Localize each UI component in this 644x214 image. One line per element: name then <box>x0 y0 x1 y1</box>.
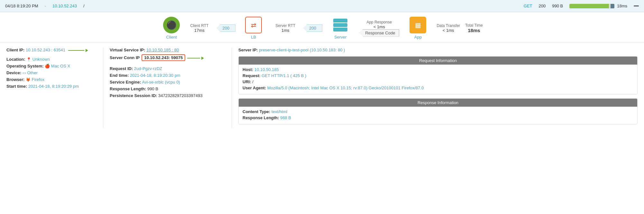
server-stack <box>333 19 347 31</box>
client-ip-value: 10.10.52.243 : 63541 <box>26 48 65 52</box>
end-time-value: 2021-04-18, 8:19:20:30 pm <box>130 73 180 78</box>
service-engine-field: Service Engine: Avi-se-xrblc (vcpu 0) <box>110 80 225 85</box>
response-length-value-mid: 990 B <box>147 86 158 91</box>
user-agent-label: User Agent: <box>243 85 266 90</box>
server-ip-line: Server IP: preserve-client-ip-test-pool … <box>238 48 638 52</box>
app-node: ▦ App <box>405 17 431 40</box>
app-response-metric: App Response < 1ms Response Code <box>359 20 399 37</box>
badge-200-left: 200 <box>216 24 235 32</box>
request-info-body: Host: 10.10.50.185 Request: GET HTTP/1.1… <box>239 65 637 94</box>
persistence-field: Persistence Session ID: 3472328297203397… <box>110 93 225 98</box>
response-length-field-right: Response Length: 988 B <box>243 115 633 120</box>
browser-field: Browser: 🦊 Firefox <box>6 77 97 82</box>
client-rtt-label: Client RTT <box>190 23 208 28</box>
request-value: GET HTTP/1.1 ( 425 B ) <box>262 73 306 78</box>
server-conn-value: 10.10.52.243: 59075 <box>142 54 185 61</box>
app-icon: ▦ <box>409 17 426 33</box>
device-value: Other <box>27 70 38 75</box>
lb-icon-symbol: ⇄ <box>251 21 256 29</box>
minimize-button[interactable] <box>634 5 639 6</box>
top-status: 200 <box>539 4 546 8</box>
host-value: 10.10.50.185 <box>254 67 279 72</box>
location-field: Location: 📍 Unknown <box>6 57 97 62</box>
total-time-label: Total Time <box>465 23 483 28</box>
request-id-value: 2ud-Pgzv-rzDZ <box>134 66 162 71</box>
start-time-field: Start time: 2021-04-18, 8:19:20:29 pm <box>6 84 97 89</box>
progress-bar-fill-dark <box>611 4 614 8</box>
device-field: Device: ▭ Other <box>6 70 97 75</box>
location-label: Location: <box>6 57 25 62</box>
client-panel: Client IP: 10.10.52.243 : 63541 Location… <box>6 48 103 128</box>
app-icon-symbol: ▦ <box>415 21 421 29</box>
data-transfer-label: Data Transfer <box>437 23 460 28</box>
vs-ip-value: 10.10.50.185 : 80 <box>146 48 179 52</box>
end-time-label: End time: <box>110 73 129 78</box>
request-field: Request: GET HTTP/1.1 ( 425 B ) <box>243 73 633 78</box>
os-label: Operating System: <box>6 64 44 68</box>
start-time-value: 2021-04-18, 8:19:20:29 pm <box>28 84 79 89</box>
client-rtt-metric: Client RTT 17ms <box>190 23 208 33</box>
host-field: Host: 10.10.50.185 <box>243 67 633 72</box>
server-layer-1 <box>333 19 347 22</box>
top-slash: / <box>83 4 85 8</box>
location-value: Unknown <box>32 57 50 62</box>
os-value: Mac OS X <box>51 64 70 68</box>
response-length-label-right: Response Length: <box>243 115 279 120</box>
app-response-value: < 1ms <box>373 24 385 29</box>
server-layer-2 <box>333 23 347 27</box>
server-ip-value: preserve-client-ip-test-pool (10.10.50.1… <box>259 48 345 52</box>
total-time-metric: Total Time 18ms <box>465 23 483 33</box>
client-node: ⚫ Client <box>159 17 184 40</box>
server-conn-label: Server Conn IP <box>110 55 140 60</box>
server-rtt-label: Server RTT <box>275 23 295 28</box>
server-ip-label: Server IP: <box>238 48 258 52</box>
persistence-value: 3472328297203397493 <box>158 93 202 98</box>
client-label: Client <box>166 35 177 40</box>
uri-label: URI: <box>243 79 251 84</box>
request-label: Request: <box>243 73 261 78</box>
mid-panel: Virtual Service IP: 10.10.50.185 : 80 Se… <box>103 48 232 128</box>
dash: - <box>45 4 46 8</box>
start-time-label: Start time: <box>6 84 27 89</box>
top-method: GET <box>524 4 532 8</box>
device-label: Device: <box>6 70 21 75</box>
client-rtt-value: 17ms <box>194 28 205 33</box>
browser-value: Firefox <box>32 77 45 82</box>
server-layer-3 <box>333 28 347 31</box>
content-type-field: Content Type: text/html <box>243 109 633 114</box>
top-time: 18ms <box>617 4 627 8</box>
detail-row: Client IP: 10.10.52.243 : 63541 Location… <box>0 42 644 133</box>
response-length-field-mid: Response Length: 990 B <box>110 86 225 91</box>
app-response-label: App Response <box>366 20 392 24</box>
client-ip-field: Client IP: 10.10.52.243 : 63541 <box>6 48 97 52</box>
service-engine-value: Avi-se-xrblc (vcpu 0) <box>142 80 180 85</box>
client-icon: ⚫ <box>163 17 180 33</box>
total-time-value: 18ms <box>468 28 480 33</box>
badge-val-right: 200 <box>303 24 322 32</box>
right-panel: Server IP: preserve-client-ip-test-pool … <box>232 48 638 128</box>
client-ip-label: Client IP: <box>6 48 24 52</box>
host-label: Host: <box>243 67 253 72</box>
badge-200-right: 200 <box>303 24 322 32</box>
top-bar: 04/18 8:19:20 PM - 10.10.52.243 / GET 20… <box>0 0 644 12</box>
data-transfer-value: < 1ms <box>443 28 454 33</box>
server-rtt-value: 1ms <box>281 28 290 33</box>
lb-label: LB <box>251 35 256 40</box>
progress-bar-container: 18ms <box>569 4 627 8</box>
end-time-field: End time: 2021-04-18, 8:19:20:30 pm <box>110 73 225 78</box>
os-field: Operating System: 🍎 Mac OS X <box>6 64 97 68</box>
arrow-right-mid <box>187 55 204 60</box>
user-agent-value: Mozilla/5.0 (Macintosh; Intel Mac OS X 1… <box>267 85 424 90</box>
user-agent-field: User Agent: Mozilla/5.0 (Macintosh; Inte… <box>243 85 633 90</box>
pin-icon: 📍 <box>26 57 31 62</box>
response-length-label-mid: Response Length: <box>110 86 146 91</box>
response-code-badge: Response Code <box>359 29 399 37</box>
uri-field: URI: / <box>243 79 633 84</box>
request-info-header: Request Information <box>239 57 637 65</box>
content-type-value: text/html <box>271 109 287 114</box>
response-info-header: Response Information <box>239 99 637 107</box>
server-icon <box>332 17 349 33</box>
server-conn-field: Server Conn IP 10.10.52.243: 59075 <box>110 54 225 61</box>
server-rtt-metric: Server RTT 1ms <box>275 23 295 33</box>
request-info-section: Request Information Host: 10.10.50.185 R… <box>238 56 638 94</box>
